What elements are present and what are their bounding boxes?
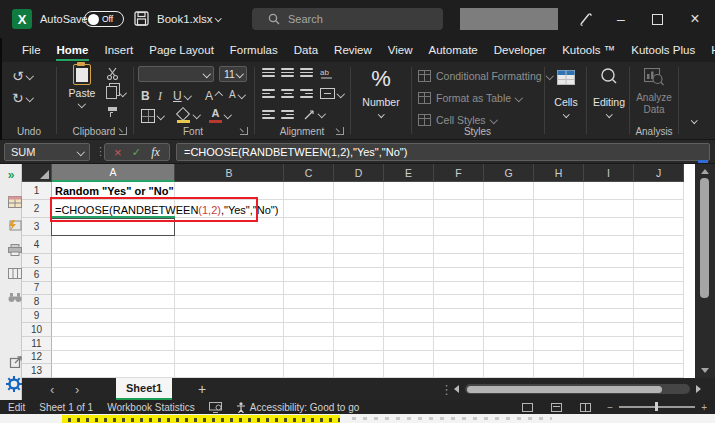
zoom-slider-handle[interactable]	[655, 402, 658, 411]
grid-cell-I4[interactable]	[584, 236, 634, 254]
grid-cell-J13[interactable]	[634, 364, 684, 378]
hscroll-left-icon[interactable]	[454, 385, 459, 393]
grid-cell-D5[interactable]	[334, 254, 384, 268]
grid-cell-C9[interactable]	[284, 309, 334, 323]
editing-dropdown-icon[interactable]	[606, 111, 612, 117]
grid-cell-D4[interactable]	[334, 236, 384, 254]
row-header-1[interactable]: 1	[22, 182, 52, 200]
grid-cell-H5[interactable]	[534, 254, 584, 268]
grid-cell-C8[interactable]	[284, 295, 334, 309]
analyze-data-button[interactable]: Analyze Data	[632, 92, 676, 115]
clipboard-dialog-launcher[interactable]	[119, 127, 127, 135]
grid-cell-E5[interactable]	[384, 254, 434, 268]
grid-cell-J4[interactable]	[634, 236, 684, 254]
row-header-10[interactable]: 10	[22, 323, 52, 337]
align-left-icon[interactable]	[262, 89, 275, 98]
grid-cell-F3[interactable]	[434, 218, 484, 236]
workbook-statistics-button[interactable]: Workbook Statistics	[107, 402, 195, 413]
grid-cell-D8[interactable]	[334, 295, 384, 309]
row-header-5[interactable]: 5	[22, 254, 52, 268]
number-group-button[interactable]: Number	[352, 96, 410, 108]
bold-button[interactable]: B	[141, 89, 150, 103]
grid-cell-E2[interactable]	[384, 200, 434, 218]
grid-cell-G10[interactable]	[484, 323, 534, 337]
column-header-D[interactable]: D	[334, 164, 384, 182]
row-header-12[interactable]: 12	[22, 351, 52, 365]
grid-cell-D3[interactable]	[334, 218, 384, 236]
grid-cell-F7[interactable]	[434, 282, 484, 296]
tab-help[interactable]: Help	[703, 38, 715, 62]
grid-cell-A13[interactable]	[52, 364, 175, 378]
close-button[interactable]: ×	[678, 0, 712, 38]
zoom-in-button[interactable]: +	[701, 402, 707, 413]
fill-color-button[interactable]	[175, 107, 200, 123]
grid-cell-B4[interactable]	[175, 236, 284, 254]
grid-cell-E8[interactable]	[384, 295, 434, 309]
grid-cell-G5[interactable]	[484, 254, 534, 268]
align-center-icon[interactable]	[281, 89, 294, 98]
grid-cell-F4[interactable]	[434, 236, 484, 254]
grid-cell-B6[interactable]	[175, 268, 284, 282]
row-header-4[interactable]: 4	[22, 236, 52, 254]
grid-cell-J10[interactable]	[634, 323, 684, 337]
grid-cell-E13[interactable]	[384, 364, 434, 378]
maximize-button[interactable]	[640, 0, 674, 38]
scroll-up-icon[interactable]	[701, 169, 709, 174]
grid-cell-I3[interactable]	[584, 218, 634, 236]
grid-cell-D6[interactable]	[334, 268, 384, 282]
font-color-button[interactable]: A	[209, 107, 231, 123]
grid-cell-G3[interactable]	[484, 218, 534, 236]
grid-cell-I10[interactable]	[584, 323, 634, 337]
grid-cell-B5[interactable]	[175, 254, 284, 268]
formula-input[interactable]: =CHOOSE(RANDBETWEEN(1,2),"Yes","No")	[176, 143, 710, 161]
shrink-font-button[interactable]: A	[229, 89, 244, 100]
cells-icon[interactable]	[557, 70, 575, 85]
grid-cell-G4[interactable]	[484, 236, 534, 254]
column-header-J[interactable]: J	[634, 164, 684, 182]
grid-cell-I9[interactable]	[584, 309, 634, 323]
analyze-data-icon[interactable]	[644, 68, 664, 86]
tab-developer[interactable]: Developer	[486, 38, 554, 62]
grid-cell-E4[interactable]	[384, 236, 434, 254]
grid-cell-F13[interactable]	[434, 364, 484, 378]
grid-cell-F1[interactable]	[434, 182, 484, 200]
column-header-E[interactable]: E	[384, 164, 434, 182]
copy-button[interactable]	[106, 86, 126, 99]
draw-icon[interactable]	[578, 11, 594, 27]
alignment-dialog-launcher[interactable]	[336, 127, 344, 135]
grid-cell-D11[interactable]	[334, 337, 384, 351]
column-header-I[interactable]: I	[584, 164, 634, 182]
grid-cell-D7[interactable]	[334, 282, 384, 296]
grid-cell-F10[interactable]	[434, 323, 484, 337]
align-right-icon[interactable]	[300, 89, 313, 98]
column-header-H[interactable]: H	[534, 164, 584, 182]
grid-cell-B13[interactable]	[175, 364, 284, 378]
vertical-scrollbar[interactable]	[695, 164, 715, 378]
grid-cell-B7[interactable]	[175, 282, 284, 296]
grid-cell-C7[interactable]	[284, 282, 334, 296]
grid-cell-A10[interactable]	[52, 323, 175, 337]
editing-group-button[interactable]: Editing	[589, 96, 629, 108]
cells-dropdown-icon[interactable]	[563, 111, 569, 117]
grid-cell-I13[interactable]	[584, 364, 634, 378]
grid-cell-J12[interactable]	[634, 351, 684, 365]
row-header-2[interactable]: 2	[22, 200, 52, 218]
cell-styles-button[interactable]: Cell Styles	[418, 114, 496, 126]
insert-function-button[interactable]: fx	[151, 145, 160, 160]
grid-cell-A5[interactable]	[52, 254, 175, 268]
row-header-3[interactable]: 3	[22, 218, 52, 236]
tab-view[interactable]: View	[380, 38, 421, 62]
align-middle-icon[interactable]	[281, 68, 294, 77]
format-painter-icon[interactable]	[106, 106, 119, 118]
grid-cell-H12[interactable]	[534, 351, 584, 365]
hscroll-right-icon[interactable]	[696, 385, 701, 393]
grid-cell-E9[interactable]	[384, 309, 434, 323]
grow-font-button[interactable]: A	[205, 89, 222, 103]
decrease-indent-icon[interactable]	[262, 110, 275, 119]
row-header-11[interactable]: 11	[22, 337, 52, 351]
column-header-F[interactable]: F	[434, 164, 484, 182]
display-settings-icon[interactable]	[209, 402, 222, 413]
column-header-C[interactable]: C	[284, 164, 334, 182]
grid-cell-G7[interactable]	[484, 282, 534, 296]
tab-insert[interactable]: Insert	[96, 38, 141, 62]
